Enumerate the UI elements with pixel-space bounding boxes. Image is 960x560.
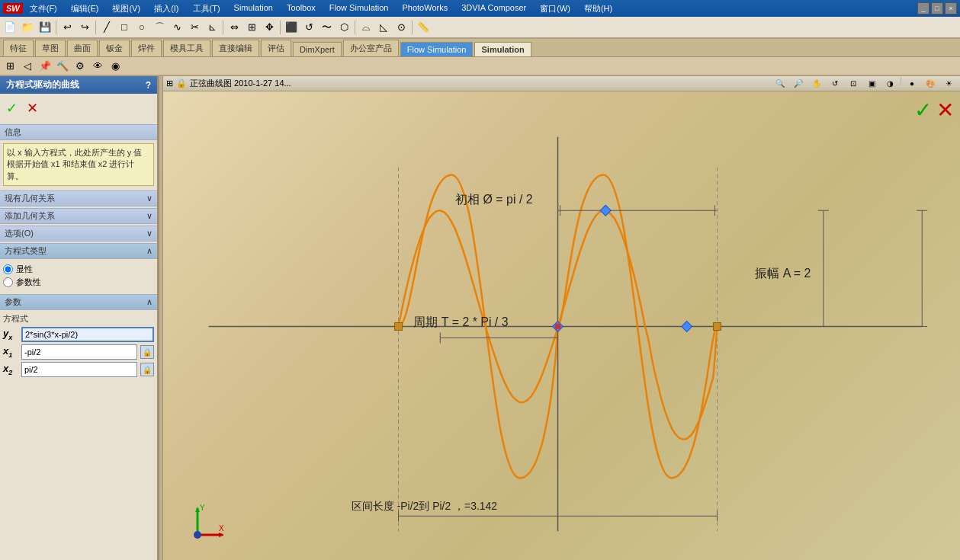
toolbar-sweep[interactable]: 〜 xyxy=(318,19,335,36)
tab-sketch[interactable]: 草图 xyxy=(35,40,66,56)
toolbar-dimension[interactable]: ⊾ xyxy=(204,19,220,36)
y-formula-input[interactable] xyxy=(21,327,154,342)
toolbar-chamfer[interactable]: ◺ xyxy=(375,19,392,36)
zoom-in-btn[interactable]: 🔍 xyxy=(772,76,788,92)
menu-3dvia[interactable]: 3DVIA Composer xyxy=(459,2,528,15)
menu-photoworks[interactable]: PhotoWorks xyxy=(400,2,450,15)
options-section[interactable]: 选项(O) ∨ xyxy=(0,226,157,242)
tb2-rebuild[interactable]: 🔨 xyxy=(54,58,71,75)
toolbar-sketch-line[interactable]: ╱ xyxy=(98,19,115,36)
expand-btn[interactable]: ⊞ xyxy=(166,78,173,88)
confirm-row: ✓ ✕ xyxy=(0,94,157,123)
existing-relations-section[interactable]: 现有几何关系 ∨ xyxy=(0,190,157,206)
panel-help-btn[interactable]: ? xyxy=(146,80,151,91)
tb2-previous[interactable]: ◁ xyxy=(19,58,36,75)
toolbar-redo[interactable]: ↪ xyxy=(76,19,93,36)
tab-mold-tools[interactable]: 模具工具 xyxy=(163,40,210,56)
toolbar-extrude[interactable]: ⬛ xyxy=(283,19,300,36)
params-section-label[interactable]: 参数 ∧ xyxy=(0,294,157,310)
toolbar-sketch-circle[interactable]: ○ xyxy=(133,19,150,36)
tab-evaluate[interactable]: 评估 xyxy=(261,40,291,56)
toolbar-revolve[interactable]: ↺ xyxy=(300,19,317,36)
svg-text:Y: Y xyxy=(200,504,205,512)
x2-lock-btn[interactable]: 🔒 xyxy=(140,363,154,376)
x1-input[interactable] xyxy=(21,344,137,360)
tab-surface[interactable]: 曲面 xyxy=(67,40,98,56)
fit-btn[interactable]: ⊡ xyxy=(845,76,862,92)
second-toolbar: ⊞ ◁ 📌 🔨 ⚙ 👁 ◉ xyxy=(0,57,960,76)
tb2-pin[interactable]: 📌 xyxy=(37,58,53,75)
tab-office[interactable]: 办公室产品 xyxy=(343,40,399,56)
tb2-options[interactable]: ⚙ xyxy=(72,58,88,75)
confirm-cancel-btn[interactable]: ✕ xyxy=(27,100,38,117)
x2-input[interactable] xyxy=(21,362,137,377)
tab-simulation[interactable]: Simulation xyxy=(474,42,531,56)
toolbar-measure[interactable]: 📏 xyxy=(415,19,432,36)
lighting-btn[interactable]: ☀ xyxy=(940,76,957,92)
color-btn[interactable]: 🎨 xyxy=(922,76,939,92)
svg-text:周期 T = 2 * Pi / 3: 周期 T = 2 * Pi / 3 xyxy=(413,316,508,329)
toolbar-loft[interactable]: ⬡ xyxy=(336,19,352,36)
radio-explicit[interactable] xyxy=(3,264,13,274)
info-box: 以 x 输入方程式，此处所产生的 y 值根据开始值 x1 和结束值 x2 进行计… xyxy=(3,143,154,186)
toolbar-undo[interactable]: ↩ xyxy=(59,19,75,36)
menu-toolbox[interactable]: Toolbox xyxy=(284,2,318,15)
drawing-canvas[interactable]: ✓ ✕ xyxy=(163,91,960,560)
tab-weldment[interactable]: 焊件 xyxy=(131,40,162,56)
toolbar-mirror[interactable]: ⇔ xyxy=(226,19,242,36)
toolbar-hole[interactable]: ⊙ xyxy=(393,19,409,36)
menu-bar[interactable]: 文件(F) 编辑(E) 视图(V) 插入(I) 工具(T) Simulation… xyxy=(27,2,917,15)
menu-file[interactable]: 文件(F) xyxy=(27,2,59,15)
toolbar-sketch-arc[interactable]: ⌒ xyxy=(151,19,168,36)
zoom-out-btn[interactable]: 🔎 xyxy=(790,76,807,92)
tab-direct-edit[interactable]: 直接编辑 xyxy=(212,40,259,56)
toolbar-save[interactable]: 💾 xyxy=(37,19,53,36)
menu-simulation[interactable]: Simulation xyxy=(232,2,275,15)
menu-edit[interactable]: 编辑(E) xyxy=(69,2,101,15)
tab-sheet-metal[interactable]: 钣金 xyxy=(99,40,130,56)
win-minimize[interactable]: _ xyxy=(917,2,929,14)
toolbar-new[interactable]: 📄 xyxy=(2,19,18,36)
tb2-view[interactable]: 👁 xyxy=(89,58,106,75)
toolbar-fillet[interactable]: ⌓ xyxy=(358,19,374,36)
tab-feature[interactable]: 特征 xyxy=(3,40,34,56)
separator-5 xyxy=(355,21,355,34)
tab-dimxpert[interactable]: DimXpert xyxy=(293,42,342,56)
add-relations-section[interactable]: 添加几何关系 ∨ xyxy=(0,208,157,224)
tb2-display[interactable]: ◉ xyxy=(107,58,124,75)
toolbar-move[interactable]: ✥ xyxy=(261,19,278,36)
toolbar-pattern[interactable]: ⊞ xyxy=(243,19,260,36)
toolbar-spline[interactable]: ∿ xyxy=(169,19,185,36)
pan-btn[interactable]: ✋ xyxy=(808,76,825,92)
rotate-btn[interactable]: ↺ xyxy=(827,76,843,92)
feature-tabbar: 特征 草图 曲面 钣金 焊件 模具工具 直接编辑 评估 DimXpert 办公室… xyxy=(0,39,960,57)
confirm-check-btn[interactable]: ✓ xyxy=(6,100,18,117)
standard-views-btn[interactable]: ▣ xyxy=(863,76,880,92)
win-close[interactable]: × xyxy=(945,2,957,14)
tab-flow-simulation[interactable]: Flow Simulation xyxy=(400,42,474,56)
svg-rect-22 xyxy=(714,323,721,331)
toolbar-trim[interactable]: ✂ xyxy=(186,19,203,36)
params-chevron: ∧ xyxy=(146,297,153,307)
lock-icon: 🔒 xyxy=(176,78,187,88)
tb2-split[interactable]: ⊞ xyxy=(2,58,18,75)
x2-row: x2 🔒 xyxy=(3,362,154,377)
svg-text:区间长度 -Pi/2到 Pi/2 ，=3.142: 区间长度 -Pi/2到 Pi/2 ，=3.142 xyxy=(352,500,497,512)
toolbar-sketch-rect[interactable]: □ xyxy=(116,19,133,36)
menu-flow-simulation[interactable]: Flow Simulation xyxy=(327,2,391,15)
toolbar-open[interactable]: 📁 xyxy=(19,19,36,36)
menu-insert[interactable]: 插入(I) xyxy=(152,2,181,15)
radio-parametric[interactable] xyxy=(3,277,13,287)
menu-view[interactable]: 视图(V) xyxy=(110,2,143,15)
x1-lock-btn[interactable]: 🔒 xyxy=(140,345,154,359)
x1-sub: 1 xyxy=(8,351,12,359)
menu-tools[interactable]: 工具(T) xyxy=(191,2,223,15)
menu-window[interactable]: 窗口(W) xyxy=(538,2,573,15)
shading-btn[interactable]: ● xyxy=(904,76,920,92)
win-maximize[interactable]: □ xyxy=(931,2,943,14)
info-section-label[interactable]: 信息 xyxy=(0,124,157,140)
panel-title-text: 方程式驱动的曲线 xyxy=(6,78,79,91)
eq-type-section-label[interactable]: 方程式类型 ∧ xyxy=(0,243,157,259)
menu-help[interactable]: 帮助(H) xyxy=(582,2,615,15)
display-style-btn[interactable]: ◑ xyxy=(881,76,898,92)
